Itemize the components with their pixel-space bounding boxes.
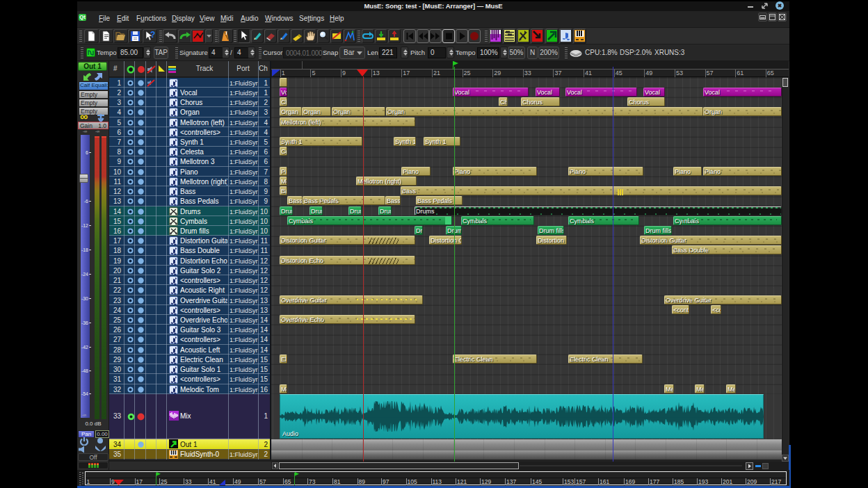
svg-text:?: ? <box>150 30 155 40</box>
